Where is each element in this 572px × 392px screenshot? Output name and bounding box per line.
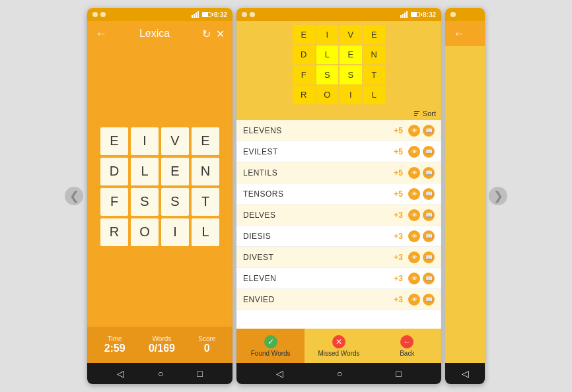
word-row[interactable]: EVILEST+5👁📖 xyxy=(236,141,441,162)
found-words-icon: ✓ xyxy=(264,335,277,348)
signal-bar-m3 xyxy=(404,13,406,18)
nav-back-middle[interactable]: ◁ xyxy=(276,368,283,379)
mini-cell-14: I xyxy=(340,86,362,105)
back-tab-label: Back xyxy=(400,350,414,357)
word-row[interactable]: ENVIED+3👁📖 xyxy=(236,289,441,310)
word-actions-5: 👁📖 xyxy=(408,230,435,242)
back-tab-icon: ← xyxy=(400,335,413,348)
battery-fill-middle xyxy=(411,13,417,16)
letter-grid[interactable]: EIVEDLENFSSTROIL xyxy=(100,127,219,246)
word-actions-6: 👁📖 xyxy=(408,251,435,263)
grid-cell-12[interactable]: R xyxy=(100,218,128,246)
grid-cell-1[interactable]: I xyxy=(131,127,159,155)
back-button-right[interactable]: ← xyxy=(450,24,468,44)
status-dot-2 xyxy=(100,12,106,17)
word-list[interactable]: ELEVENS+5👁📖EVILEST+5👁📖LENTILS+5👁📖TENSORS… xyxy=(236,120,441,329)
tab-back[interactable]: ← Back xyxy=(373,329,441,363)
grid-cell-14[interactable]: I xyxy=(161,218,189,246)
word-actions-3: 👁📖 xyxy=(408,188,435,200)
grid-cell-3[interactable]: E xyxy=(192,127,219,155)
grid-cell-13[interactable]: O xyxy=(131,218,159,246)
word-row[interactable]: ELEVEN+3👁📖 xyxy=(236,268,441,289)
book-button-7[interactable]: 📖 xyxy=(423,273,435,284)
mini-cell-1: I xyxy=(316,25,339,44)
word-text-1: EVILEST xyxy=(243,147,386,156)
left-phone: 8:32 ← Lexica ↻ ✕ EIVEDLENFSSTROIL Time … xyxy=(87,8,232,384)
word-text-8: ENVIED xyxy=(243,295,386,304)
eye-button-1[interactable]: 👁 xyxy=(408,146,420,158)
left-arrow-button[interactable]: ❮ xyxy=(65,187,83,205)
grid-cell-9[interactable]: S xyxy=(131,188,159,216)
book-button-3[interactable]: 📖 xyxy=(423,188,435,200)
tab-missed-words[interactable]: ✕ Missed Words xyxy=(304,329,373,363)
back-button-left[interactable]: ← xyxy=(92,24,110,44)
word-row[interactable]: DIVEST+3👁📖 xyxy=(236,247,441,268)
app-title: Lexica xyxy=(110,28,199,40)
word-row[interactable]: ELEVENS+5👁📖 xyxy=(236,120,441,141)
tab-found-words[interactable]: ✓ Found Words xyxy=(236,329,304,363)
nav-home-middle[interactable]: ○ xyxy=(337,368,342,379)
word-row[interactable]: DELVES+3👁📖 xyxy=(236,205,441,226)
mini-cell-11: T xyxy=(363,65,386,84)
mini-cell-5: L xyxy=(316,46,339,65)
nav-back-right[interactable]: ◁ xyxy=(462,368,469,379)
app-bar-left: ← Lexica ↻ ✕ xyxy=(87,21,232,46)
book-button-5[interactable]: 📖 xyxy=(423,230,435,242)
nav-home-left[interactable]: ○ xyxy=(158,368,163,379)
book-button-4[interactable]: 📖 xyxy=(423,209,435,221)
signal-bar-2 xyxy=(194,14,195,18)
grid-cell-11[interactable]: T xyxy=(192,188,219,216)
grid-cell-8[interactable]: F xyxy=(100,188,128,216)
mini-cell-0: E xyxy=(293,25,315,44)
word-score-6: +3 xyxy=(386,253,403,262)
sort-button[interactable]: Sort xyxy=(413,110,436,117)
eye-button-2[interactable]: 👁 xyxy=(408,167,420,179)
refresh-icon[interactable]: ↻ xyxy=(199,25,213,43)
close-icon[interactable]: ✕ xyxy=(213,25,227,43)
eye-button-4[interactable]: 👁 xyxy=(408,209,420,221)
book-button-1[interactable]: 📖 xyxy=(423,146,435,158)
word-actions-0: 👁📖 xyxy=(408,125,435,137)
word-row[interactable]: LENTILS+5👁📖 xyxy=(236,162,441,183)
mini-cell-3: E xyxy=(363,25,386,44)
grid-cell-15[interactable]: L xyxy=(192,218,219,246)
nav-recent-middle[interactable]: □ xyxy=(396,368,401,379)
eye-button-0[interactable]: 👁 xyxy=(408,125,420,137)
signal-bar-m1 xyxy=(400,15,402,18)
eye-button-5[interactable]: 👁 xyxy=(408,230,420,242)
grid-cell-2[interactable]: V xyxy=(161,127,189,155)
eye-button-7[interactable]: 👁 xyxy=(408,273,420,284)
mini-letter-grid: EIVEDLENFSSTROIL xyxy=(293,25,385,104)
grid-cell-0[interactable]: E xyxy=(100,127,128,155)
word-row[interactable]: DIESIS+3👁📖 xyxy=(236,226,441,247)
nav-bar-right: ◁ xyxy=(445,363,485,384)
right-arrow-button[interactable]: ❯ xyxy=(489,187,507,205)
battery-icon-middle xyxy=(411,12,420,17)
grid-cell-6[interactable]: E xyxy=(161,158,189,185)
eye-button-6[interactable]: 👁 xyxy=(408,251,420,263)
word-score-8: +3 xyxy=(386,295,403,304)
book-button-2[interactable]: 📖 xyxy=(423,167,435,179)
status-bar-left: 8:32 xyxy=(87,8,232,21)
word-row[interactable]: TENSORS+5👁📖 xyxy=(236,183,441,205)
nav-back-left[interactable]: ◁ xyxy=(117,368,124,379)
book-button-8[interactable]: 📖 xyxy=(423,294,435,306)
grid-cell-10[interactable]: S xyxy=(161,188,189,216)
grid-cell-5[interactable]: L xyxy=(131,158,159,185)
signal-bar-1 xyxy=(192,15,193,18)
bottom-tabs: ✓ Found Words ✕ Missed Words ← Back xyxy=(236,329,441,363)
signal-icon-middle xyxy=(400,11,408,18)
grid-cell-7[interactable]: N xyxy=(192,158,219,185)
mini-cell-13: O xyxy=(316,86,339,105)
word-text-6: DIVEST xyxy=(243,253,386,262)
mini-cell-12: R xyxy=(293,86,315,105)
book-button-6[interactable]: 📖 xyxy=(423,251,435,263)
nav-recent-left[interactable]: □ xyxy=(197,368,202,379)
grid-cell-4[interactable]: D xyxy=(100,158,128,185)
score-stat: Score 0 xyxy=(198,335,215,354)
status-bar-middle: 8:32 xyxy=(236,8,441,21)
eye-button-3[interactable]: 👁 xyxy=(408,188,420,200)
status-time-text-left: 8:32 xyxy=(214,11,227,18)
book-button-0[interactable]: 📖 xyxy=(423,125,435,137)
eye-button-8[interactable]: 👁 xyxy=(408,294,420,306)
